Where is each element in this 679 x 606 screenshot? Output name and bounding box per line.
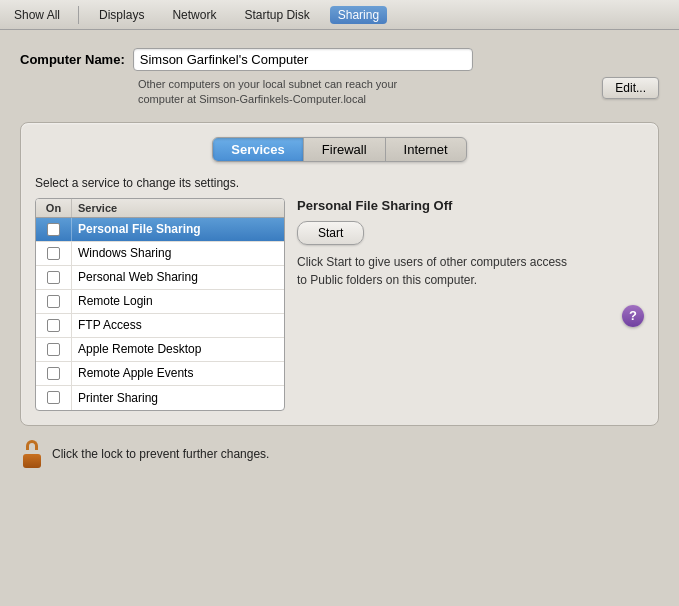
service-name-label: Printer Sharing (72, 388, 284, 408)
lock-icon[interactable] (20, 440, 44, 468)
list-item[interactable]: Personal Web Sharing (36, 266, 284, 290)
list-item[interactable]: Windows Sharing (36, 242, 284, 266)
checkbox-cell[interactable] (36, 314, 72, 337)
checkbox-cell[interactable] (36, 218, 72, 241)
subnet-text-part: Other computers on your local subnet can… (138, 77, 592, 108)
start-button[interactable]: Start (297, 221, 364, 245)
computer-name-row: Computer Name: (20, 48, 659, 71)
list-item[interactable]: Remote Login (36, 290, 284, 314)
segmented-tabs: Services Firewall Internet (35, 137, 644, 162)
service-checkbox[interactable] (47, 343, 60, 356)
service-checkbox[interactable] (47, 271, 60, 284)
service-status-title: Personal File Sharing Off (297, 198, 644, 213)
lock-bar: Click the lock to prevent further change… (20, 440, 659, 468)
lock-body (23, 454, 41, 468)
service-name-label: Apple Remote Desktop (72, 339, 284, 359)
lock-text: Click the lock to prevent further change… (52, 447, 269, 461)
checkbox-cell[interactable] (36, 290, 72, 313)
checkbox-cell[interactable] (36, 386, 72, 410)
service-checkbox[interactable] (47, 367, 60, 380)
service-checkbox[interactable] (47, 295, 60, 308)
list-item[interactable]: Personal File Sharing (36, 218, 284, 242)
edit-button[interactable]: Edit... (602, 77, 659, 99)
computer-name-label: Computer Name: (20, 52, 125, 67)
help-row: ? (297, 305, 644, 327)
service-name-label: FTP Access (72, 315, 284, 335)
service-name-label: Personal File Sharing (72, 219, 284, 239)
toolbar-network-button[interactable]: Network (164, 6, 224, 24)
checkbox-cell[interactable] (36, 242, 72, 265)
tab-firewall[interactable]: Firewall (304, 138, 386, 161)
checkbox-cell[interactable] (36, 266, 72, 289)
col-on-header: On (36, 199, 72, 217)
show-all-button[interactable]: Show All (8, 6, 66, 24)
service-checkbox[interactable] (47, 223, 60, 236)
toolbar-sharing-button[interactable]: Sharing (330, 6, 387, 24)
checkbox-cell[interactable] (36, 338, 72, 361)
service-description: Click Start to give users of other compu… (297, 253, 577, 289)
list-item[interactable]: Remote Apple Events (36, 362, 284, 386)
subnet-line1: Other computers on your local subnet can… (138, 78, 397, 90)
service-detail: Personal File Sharing Off Start Click St… (297, 198, 644, 327)
service-checkbox[interactable] (47, 391, 60, 404)
seg-tabs-inner: Services Firewall Internet (212, 137, 466, 162)
subnet-line2: computer at Simson-Garfinkels-Computer.l… (138, 93, 366, 105)
list-item[interactable]: Printer Sharing (36, 386, 284, 410)
toolbar-separator (78, 6, 79, 24)
subnet-info: Other computers on your local subnet can… (138, 77, 659, 108)
service-checkbox[interactable] (47, 319, 60, 332)
sharing-panel: Services Firewall Internet Select a serv… (20, 122, 659, 426)
service-name-label: Remote Apple Events (72, 363, 284, 383)
services-list-header: On Service (36, 199, 284, 218)
toolbar-displays-button[interactable]: Displays (91, 6, 152, 24)
list-item[interactable]: Apple Remote Desktop (36, 338, 284, 362)
service-name-label: Remote Login (72, 291, 284, 311)
col-service-header: Service (72, 199, 284, 217)
computer-name-input[interactable] (133, 48, 473, 71)
help-button[interactable]: ? (622, 305, 644, 327)
tab-services[interactable]: Services (213, 138, 304, 161)
service-name-label: Windows Sharing (72, 243, 284, 263)
lock-shackle (26, 440, 38, 450)
service-rows: Personal File Sharing Windows Sharing Pe… (36, 218, 284, 410)
select-service-label: Select a service to change its settings. (35, 176, 644, 190)
tab-internet[interactable]: Internet (386, 138, 466, 161)
services-list-container: On Service Personal File Sharing Windows… (35, 198, 285, 411)
checkbox-cell[interactable] (36, 362, 72, 385)
content-area: Computer Name: Other computers on your l… (0, 30, 679, 486)
list-item[interactable]: FTP Access (36, 314, 284, 338)
service-name-label: Personal Web Sharing (72, 267, 284, 287)
toolbar-startup-disk-button[interactable]: Startup Disk (236, 6, 317, 24)
service-checkbox[interactable] (47, 247, 60, 260)
services-layout: On Service Personal File Sharing Windows… (35, 198, 644, 411)
toolbar: Show All Displays Network Startup Disk S… (0, 0, 679, 30)
